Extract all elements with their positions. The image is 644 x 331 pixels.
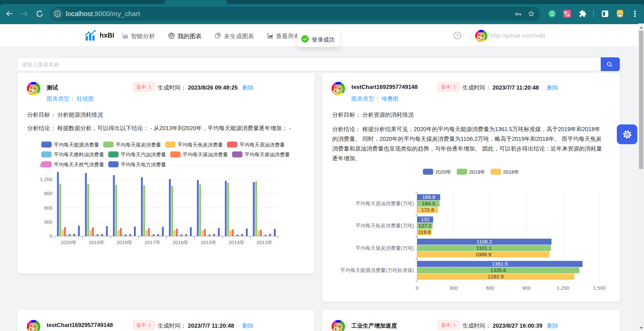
svg-text:2019年: 2019年 <box>469 169 485 175</box>
svg-text:1101.1: 1101.1 <box>476 245 492 251</box>
svg-text:0: 0 <box>50 233 52 239</box>
svg-text:2019年: 2019年 <box>89 239 105 245</box>
svg-text:平均每天能源消费量: 平均每天能源消费量 <box>54 142 99 148</box>
svg-text:184.3: 184.3 <box>422 201 435 206</box>
svg-text:平均每天汽油消费量: 平均每天汽油消费量 <box>121 152 166 157</box>
svg-text:1335.6: 1335.6 <box>490 267 506 273</box>
svg-text:300: 300 <box>44 219 52 225</box>
svg-text:172.6: 172.6 <box>421 207 434 213</box>
svg-text:1,500: 1,500 <box>593 285 606 291</box>
svg-text:平均每天燃料油消费量: 平均每天燃料油消费量 <box>54 152 104 157</box>
svg-text:1,200: 1,200 <box>40 176 52 182</box>
svg-text:平均每天焦炭消费量(万吨): 平均每天焦炭消费量(万吨) <box>355 223 414 228</box>
svg-text:127.2: 127.2 <box>418 223 432 228</box>
svg-text:2020年: 2020年 <box>61 239 77 245</box>
svg-text:189.8: 189.8 <box>422 194 435 200</box>
svg-text:2015年: 2015年 <box>200 239 216 245</box>
svg-text:平均每天电力消费量: 平均每天电力消费量 <box>121 162 166 167</box>
svg-text:平均每天焦炭消费量: 平均每天焦炭消费量 <box>178 142 223 148</box>
svg-text:119.8: 119.8 <box>418 229 431 235</box>
svg-text:平均每天原油消费量(万吨): 平均每天原油消费量(万吨) <box>355 201 414 206</box>
svg-text:1088.9: 1088.9 <box>475 252 491 257</box>
svg-text:平均每天煤炭消费量(万吨): 平均每天煤炭消费量(万吨) <box>355 245 414 251</box>
svg-text:?: ? <box>456 33 459 38</box>
svg-text:A: A <box>567 13 570 17</box>
svg-text:1106.2: 1106.2 <box>477 239 492 244</box>
svg-text:平均每天天然气消费量: 平均每天天然气消费量 <box>54 162 104 167</box>
svg-text:平均每天能源消费量(万吨标准煤): 平均每天能源消费量(万吨标准煤) <box>340 267 414 273</box>
svg-text:300: 300 <box>449 285 458 291</box>
svg-text:0: 0 <box>416 285 418 291</box>
svg-text:平均每天煤油消费量: 平均每天煤油消费量 <box>183 152 228 157</box>
svg-text:2020年: 2020年 <box>435 169 451 175</box>
svg-text:1292.9: 1292.9 <box>488 274 503 279</box>
svg-text:2013年: 2013年 <box>256 239 273 245</box>
svg-text:1361.5: 1361.5 <box>492 261 508 267</box>
svg-text:600: 600 <box>486 285 494 291</box>
svg-text:2016年: 2016年 <box>172 239 189 245</box>
svg-text:600: 600 <box>44 205 52 211</box>
svg-text:2018年: 2018年 <box>503 169 519 175</box>
svg-text:平均每天柴油消费量: 平均每天柴油消费量 <box>245 152 290 157</box>
svg-text:平均每天原油消费量: 平均每天原油消费量 <box>240 142 285 148</box>
svg-text:2014年: 2014年 <box>229 239 245 245</box>
svg-text:2017年: 2017年 <box>145 239 161 245</box>
svg-text:平均每天煤炭消费量: 平均每天煤炭消费量 <box>116 142 161 148</box>
svg-text:900: 900 <box>522 285 531 291</box>
svg-text:2018年: 2018年 <box>116 239 133 245</box>
svg-text:1,200: 1,200 <box>557 285 569 291</box>
svg-text:900: 900 <box>44 190 52 196</box>
svg-text:132: 132 <box>421 216 430 222</box>
